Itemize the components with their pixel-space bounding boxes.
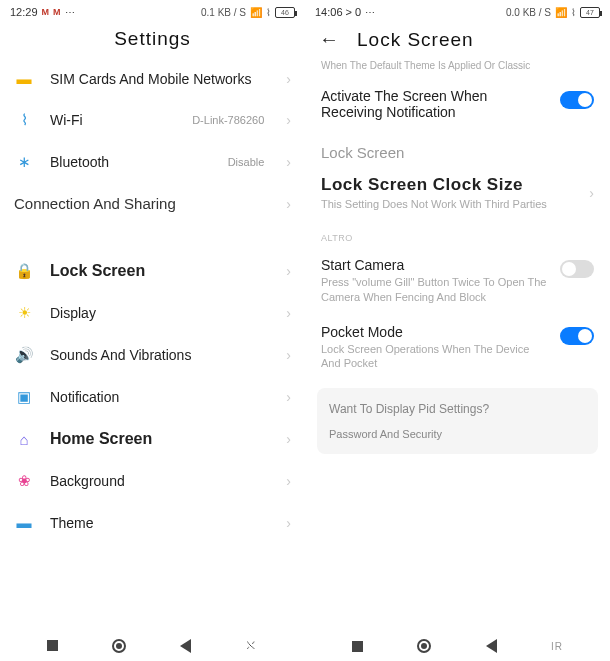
row-label: Display (50, 305, 270, 321)
chevron-right-icon: › (589, 185, 594, 201)
row-wake-on-notification[interactable]: Activate The Screen When Receiving Notif… (305, 78, 610, 130)
row-label: SIM Cards And Mobile Networks (50, 71, 270, 87)
toggle-start-camera[interactable] (560, 260, 594, 278)
battery-icon: 47 (580, 7, 600, 18)
chevron-right-icon: › (286, 347, 291, 363)
row-icon: ▬ (14, 70, 34, 87)
row-value: D-Link-786260 (192, 114, 264, 126)
header: ← Lock Screen (305, 20, 610, 59)
settings-row[interactable]: ❀Background› (0, 460, 305, 502)
row-icon: ⌇ (14, 111, 34, 129)
nav-recents-button[interactable] (47, 640, 58, 651)
more-icon: ⋯ (365, 7, 375, 18)
row-icon: 🔊 (14, 346, 34, 364)
back-button[interactable]: ← (319, 28, 339, 51)
settings-row[interactable]: ▬Theme› (0, 502, 305, 543)
wifi-icon: ⌇ (571, 7, 576, 18)
nav-bar: ⛌ (0, 628, 305, 661)
row-value: Disable (228, 156, 265, 168)
toggle-pocket-mode[interactable] (560, 327, 594, 345)
section-lock-screen: Lock Screen (305, 130, 610, 165)
chevron-right-icon: › (286, 71, 291, 87)
info-card-pid-settings[interactable]: Want To Display Pid Settings? Password A… (317, 388, 598, 454)
row-label: Lock Screen (50, 262, 270, 280)
page-title: Settings (114, 28, 191, 49)
toggle-wake-on-notification[interactable] (560, 91, 594, 109)
chevron-right-icon: › (286, 154, 291, 170)
row-label: Home Screen (50, 430, 270, 448)
nav-accessibility-button[interactable]: ⛌ (245, 638, 258, 653)
gmail-icon: M (53, 7, 61, 17)
status-bar: 12:29 M M ⋯ 0.1 KB / S 📶 ⌇ 46 (0, 0, 305, 20)
row-icon: ❀ (14, 472, 34, 490)
nav-ir-label: IR (551, 641, 563, 652)
row-label: Bluetooth (50, 154, 212, 170)
row-label: Notification (50, 389, 270, 405)
header: Settings (0, 20, 305, 58)
row-label: Background (50, 473, 270, 489)
status-time: 12:29 (10, 6, 38, 18)
row-icon: ▬ (14, 514, 34, 531)
chevron-right-icon: › (286, 431, 291, 447)
settings-row[interactable]: ∗BluetoothDisable› (0, 141, 305, 183)
chevron-right-icon: › (286, 196, 291, 212)
settings-row[interactable]: ▣Notification› (0, 376, 305, 418)
row-icon: 🔒 (14, 262, 34, 280)
chevron-right-icon: › (286, 389, 291, 405)
row-icon: ▣ (14, 388, 34, 406)
chevron-right-icon: › (286, 112, 291, 128)
header-subtitle: When The Default Theme Is Applied Or Cla… (305, 59, 610, 78)
gmail-icon: M (42, 7, 50, 17)
chevron-right-icon: › (286, 515, 291, 531)
chevron-right-icon: › (286, 473, 291, 489)
settings-screen: 12:29 M M ⋯ 0.1 KB / S 📶 ⌇ 46 Settings ▬… (0, 0, 305, 661)
row-icon: ∗ (14, 153, 34, 171)
row-label: Wi-Fi (50, 112, 176, 128)
nav-back-button[interactable] (486, 639, 497, 653)
settings-row[interactable]: 🔒Lock Screen› (0, 250, 305, 292)
battery-icon: 46 (275, 7, 295, 18)
status-time: 14:06 > 0 (315, 6, 361, 18)
row-pocket-mode[interactable]: Pocket Mode Lock Screen Operations When … (305, 314, 610, 381)
nav-recents-button[interactable] (352, 641, 363, 652)
signal-icon: 📶 (250, 7, 262, 18)
nav-home-button[interactable] (417, 639, 431, 653)
more-icon: ⋯ (65, 7, 75, 18)
status-data: 0.0 KB / S (506, 7, 551, 18)
row-label: Theme (50, 515, 270, 531)
settings-row[interactable]: ☀Display› (0, 292, 305, 334)
nav-bar: IR (305, 629, 610, 661)
page-title: Lock Screen (357, 29, 474, 51)
section-connection-sharing[interactable]: Connection And Sharing › (0, 183, 305, 224)
lockscreen-list[interactable]: Activate The Screen When Receiving Notif… (305, 78, 610, 629)
settings-row[interactable]: ⌂Home Screen› (0, 418, 305, 460)
wifi-icon: ⌇ (266, 7, 271, 18)
row-icon: ⌂ (14, 431, 34, 448)
section-other: ALTRO (305, 221, 610, 247)
nav-home-button[interactable] (112, 639, 126, 653)
signal-icon: 📶 (555, 7, 567, 18)
chevron-right-icon: › (286, 305, 291, 321)
status-data: 0.1 KB / S (201, 7, 246, 18)
row-icon: ☀ (14, 304, 34, 322)
chevron-right-icon: › (286, 263, 291, 279)
settings-row[interactable]: 🔊Sounds And Vibrations› (0, 334, 305, 376)
lockscreen-settings-screen: 14:06 > 0 ⋯ 0.0 KB / S 📶 ⌇ 47 ← Lock Scr… (305, 0, 610, 661)
nav-back-button[interactable] (180, 639, 191, 653)
settings-row[interactable]: ⌇Wi-FiD-Link-786260› (0, 99, 305, 141)
settings-list[interactable]: ▬SIM Cards And Mobile Networks›⌇Wi-FiD-L… (0, 58, 305, 628)
status-bar: 14:06 > 0 ⋯ 0.0 KB / S 📶 ⌇ 47 (305, 0, 610, 20)
row-label: Sounds And Vibrations (50, 347, 270, 363)
row-start-camera[interactable]: Start Camera Press "volume Gill" Button … (305, 247, 610, 314)
settings-row[interactable]: ▬SIM Cards And Mobile Networks› (0, 58, 305, 99)
row-clock-size[interactable]: Lock Screen Clock Size This Setting Does… (305, 165, 610, 221)
